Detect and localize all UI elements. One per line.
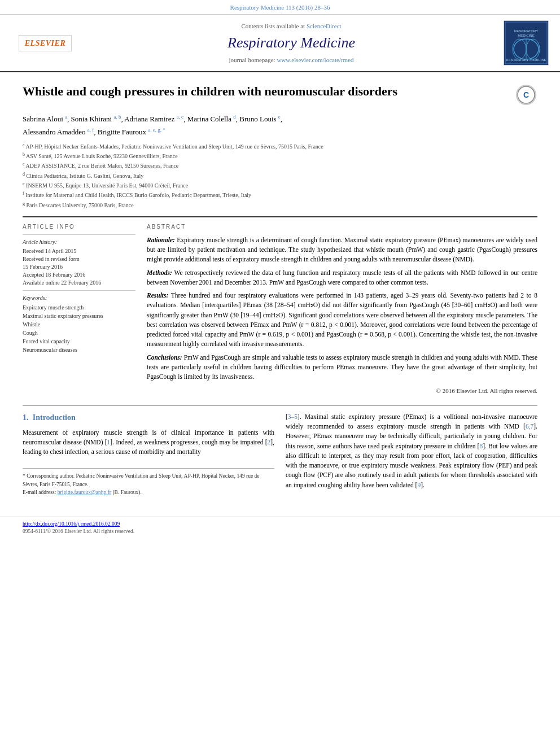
info-abstract-section: ARTICLE INFO Article history: Received 1…: [23, 223, 537, 396]
affiliations: a AP-HP, Hôpital Necker Enfants-Malades,…: [23, 142, 537, 209]
cover-graphic: RESPIRATORY MEDICINE: [504, 21, 548, 65]
journal-homepage-link[interactable]: www.elsevier.com/locate/rmed: [277, 56, 353, 63]
results-text: Three hundred and four respiratory evalu…: [147, 292, 537, 347]
affiliation-g: g Paris Descartes University, 75000 Pari…: [23, 200, 537, 209]
keyword-3: Whistle: [23, 320, 135, 329]
available-date: Available online 22 February 2016: [23, 279, 135, 287]
copyright-notice: © 2016 Elsevier Ltd. All rights reserved…: [147, 386, 537, 396]
cite-2: 2: [268, 439, 271, 445]
received-revised-label: Received in revised form: [23, 255, 135, 263]
footnote-area: * Corresponding author. Pediatric Noninv…: [23, 468, 274, 496]
abstract-rationale: Rationale: Expiratory muscle strength is…: [147, 235, 537, 265]
abstract-text: Rationale: Expiratory muscle strength is…: [147, 235, 537, 396]
science-direct-link[interactable]: ScienceDirect: [307, 23, 342, 29]
abstract-column: ABSTRACT Rationale: Expiratory muscle st…: [147, 223, 537, 396]
header-divider: [23, 216, 537, 217]
affiliation-a: a AP-HP, Hôpital Necker Enfants-Malades,…: [23, 142, 537, 151]
keyword-5: Forced vital capacity: [23, 337, 135, 346]
introduction-right-col: [3–5]. Maximal static expiratory pressur…: [286, 412, 537, 496]
affiliation-f: f Institute for Maternal and Child Healt…: [23, 190, 537, 199]
received-date: Received 14 April 2015: [23, 247, 135, 255]
article-history-label: Article history:: [23, 238, 135, 246]
doi-text: http://dx.doi.org/10.1016/j.rmed.2016.02…: [23, 521, 537, 528]
journal-homepage: journal homepage: www.elsevier.com/locat…: [79, 56, 504, 64]
authors-line: Sabrina Aloui a, Sonia Khirani a, b, Adr…: [23, 113, 537, 138]
journal-header: ELSEVIER Contents lists available at Sci…: [0, 15, 560, 72]
publisher-logo-area: ELSEVIER: [11, 35, 79, 52]
article-info-column: ARTICLE INFO Article history: Received 1…: [23, 223, 135, 396]
issn-copyright: 0954-6111/© 2016 Elsevier Ltd. All right…: [23, 528, 537, 535]
keyword-6: Neuromuscular diseases: [23, 346, 135, 354]
article-content: Whistle and cough pressures in children …: [0, 72, 560, 508]
abstract-methods: Methods: We retrospectively reviewed the…: [147, 268, 537, 288]
corresponding-author: * Corresponding author. Pediatric Noninv…: [23, 472, 274, 488]
affiliation-c: c ADEP ASSISTANCE, 2 rue Benoît Malon, 9…: [23, 161, 537, 170]
intro-para-right: [3–5]. Maximal static expiratory pressur…: [286, 412, 537, 490]
email-link[interactable]: brigitte.fauroux@aphp.fr: [58, 490, 111, 495]
cite-1: 1: [107, 439, 111, 445]
keyword-1: Expiratory muscle strength: [23, 303, 135, 312]
conclusions-label: Conclusions:: [147, 354, 182, 361]
affiliation-b: b ASV Santé, 125 Avenue Louis Roche, 922…: [23, 151, 537, 160]
conclusions-text: PmW and PgasCough are simple and valuabl…: [147, 354, 537, 381]
article-info-header: ARTICLE INFO: [23, 223, 135, 231]
results-label: Results:: [147, 292, 168, 299]
section-heading: 1. Introduction: [23, 412, 274, 423]
section-number: 1.: [23, 413, 29, 422]
abstract-header: ABSTRACT: [147, 223, 537, 231]
crossmark-area[interactable]: C: [515, 84, 537, 106]
abstract-results: Results: Three hundred and four respirat…: [147, 291, 537, 350]
journal-cover-image: RESPIRATORY MEDICINE: [504, 20, 549, 65]
intro-para-left: Measurement of expiratory muscle strengt…: [23, 428, 274, 457]
crossmark-icon: C: [516, 85, 536, 105]
keyword-2: Maximal static expiratory pressures: [23, 312, 135, 320]
affiliation-d: d Clinica Pediatrica, Istituto G. Gaslin…: [23, 171, 537, 180]
received-revised-date: 15 February 2016: [23, 263, 135, 271]
info-separator-1: [23, 234, 135, 235]
svg-text:RESPIRATORY: RESPIRATORY: [514, 29, 538, 33]
elsevier-logo: ELSEVIER: [19, 35, 72, 52]
affiliation-e: e INSERM U 955, Equipe 13, Université Pa…: [23, 181, 537, 190]
bottom-bar: http://dx.doi.org/10.1016/j.rmed.2016.02…: [0, 517, 560, 539]
accepted-date: Accepted 18 February 2016: [23, 271, 135, 279]
methods-text: We retrospectively reviewed the data of …: [147, 269, 537, 286]
doi-link[interactable]: http://dx.doi.org/10.1016/j.rmed.2016.02…: [23, 521, 120, 527]
article-title-section: Whistle and cough pressures in children …: [23, 84, 537, 106]
rationale-label: Rationale:: [147, 237, 175, 243]
keyword-4: Cough: [23, 329, 135, 337]
journal-citation-bar: Respiratory Medicine 113 (2016) 28–36: [0, 0, 560, 15]
introduction-section: 1. Introduction Measurement of expirator…: [23, 412, 537, 496]
science-direct-label: Contents lists available at ScienceDirec…: [79, 22, 504, 30]
keywords-label: Keywords:: [23, 294, 135, 302]
introduction-right-text: [3–5]. Maximal static expiratory pressur…: [286, 412, 537, 490]
rationale-text: Expiratory muscle strength is a determin…: [147, 237, 537, 263]
elsevier-name: ELSEVIER: [25, 38, 65, 49]
section-divider: [23, 405, 537, 405]
section-title: Introduction: [33, 413, 76, 422]
svg-text:C: C: [523, 90, 529, 99]
journal-title-area: Contents lists available at ScienceDirec…: [79, 22, 504, 64]
journal-name: Respiratory Medicine: [79, 33, 504, 53]
journal-citation: Respiratory Medicine 113 (2016) 28–36: [230, 4, 330, 11]
introduction-left-text: Measurement of expiratory muscle strengt…: [23, 428, 274, 457]
methods-label: Methods:: [147, 269, 172, 276]
abstract-conclusions: Conclusions: PmW and PgasCough are simpl…: [147, 353, 537, 382]
keywords-list: Expiratory muscle strength Maximal stati…: [23, 303, 135, 354]
article-title: Whistle and cough pressures in children …: [23, 84, 509, 100]
svg-text:MEDICINE: MEDICINE: [518, 34, 534, 37]
introduction-left-col: 1. Introduction Measurement of expirator…: [23, 412, 274, 496]
info-separator-2: [23, 290, 135, 291]
email-address: E-mail address: brigitte.fauroux@aphp.fr…: [23, 488, 274, 496]
